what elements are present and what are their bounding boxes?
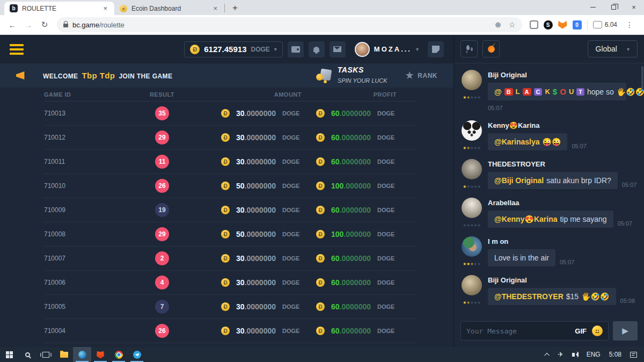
emoji-picker-button[interactable]: 😃 xyxy=(592,325,603,336)
taskbar-app-brave[interactable] xyxy=(91,347,109,362)
profit-decimals: .000000 xyxy=(343,182,371,190)
profit-value: 60 xyxy=(331,109,340,118)
chat-username[interactable]: Kenny😍Karina xyxy=(488,121,638,129)
message-text: satu akun brp IDR? xyxy=(546,176,611,185)
tasks-icon xyxy=(316,68,332,83)
mention-letter: T xyxy=(576,88,584,96)
back-button[interactable]: ← xyxy=(5,18,19,32)
bookmark-star-icon[interactable]: ☆ xyxy=(509,20,516,29)
avatar[interactable] xyxy=(462,275,482,295)
table-row[interactable]: 710009 19 Ð 30.0000000 DOGE Ð 60.0000000… xyxy=(44,198,416,222)
reload-button[interactable]: ↻ xyxy=(38,18,52,32)
message-input[interactable] xyxy=(466,327,569,335)
https-lock-icon[interactable] xyxy=(63,24,68,27)
metamask-icon[interactable] xyxy=(558,21,567,29)
messages-button[interactable] xyxy=(330,41,346,57)
close-button[interactable]: × xyxy=(624,0,644,14)
rain-button[interactable] xyxy=(460,40,478,57)
browser-menu-icon[interactable]: ⋮ xyxy=(623,20,636,29)
tray-expand-button[interactable] xyxy=(542,347,553,362)
amount-cell: Ð 50.0000000 DOGE xyxy=(205,182,302,190)
tasks-widget[interactable]: TASKSSPIN YOUR LUCK xyxy=(316,66,387,86)
new-tab-button[interactable]: + xyxy=(227,3,243,15)
mention[interactable]: @Biji Original xyxy=(494,176,544,185)
avatar[interactable] xyxy=(462,70,482,90)
start-button[interactable] xyxy=(0,347,18,362)
hamburger-menu-icon[interactable] xyxy=(10,42,24,57)
table-row[interactable]: 710006 4 Ð 30.0000000 DOGE Ð 60.0000000 … xyxy=(44,271,416,295)
user-menu[interactable]: MOZA... ▾ xyxy=(355,42,419,57)
table-row[interactable]: 710012 29 Ð 30.0000000 DOGE Ð 60.0000000… xyxy=(44,126,416,150)
price-ticker-extension[interactable]: 6.04 xyxy=(593,21,617,28)
mention[interactable]: @Kenny😍Karina xyxy=(494,215,557,223)
forward-button[interactable]: → xyxy=(21,18,35,32)
tab-roulette[interactable]: b ROULETTE × xyxy=(4,2,114,15)
avatar[interactable] xyxy=(462,120,482,141)
mention[interactable]: @THEDESTROYER xyxy=(494,292,564,301)
mention-letter: A xyxy=(523,88,531,96)
table-row[interactable]: 710004 26 Ð 30.0000000 DOGE Ð 60.0000000… xyxy=(44,319,416,343)
table-row[interactable]: 710010 26 Ð 50.0000000 DOGE Ð 100.000000… xyxy=(44,174,416,198)
avatar[interactable] xyxy=(462,198,482,218)
airplane-mode-icon[interactable]: ✈ xyxy=(554,347,567,362)
divider xyxy=(587,20,588,30)
doge-coin-icon: Ð xyxy=(316,182,325,190)
url-text: bc.game/roulette xyxy=(72,21,125,29)
action-center-button[interactable] xyxy=(626,347,641,362)
balance-selector[interactable]: Ð 6127.45913 DOGE ▾ xyxy=(184,41,283,57)
extension-s-icon[interactable]: S xyxy=(544,20,553,30)
url-host: bc.game xyxy=(72,21,99,29)
tab-ecoin-dashboard[interactable]: e Ecoin Dashboard × xyxy=(114,2,224,15)
gif-button[interactable]: GIF xyxy=(575,327,587,335)
taskbar-app-active[interactable] xyxy=(73,347,91,362)
chat-username[interactable]: I m on xyxy=(488,237,638,245)
clock[interactable]: 5:08 xyxy=(605,347,625,362)
table-row[interactable]: 710011 11 Ð 30.0000000 DOGE Ð 60.0000000… xyxy=(44,150,416,174)
extension-cube-icon[interactable] xyxy=(530,20,538,29)
tab-close-icon[interactable]: × xyxy=(211,4,219,12)
tab-close-icon[interactable]: × xyxy=(101,4,109,12)
username: MOZA... xyxy=(374,45,412,53)
task-view-icon xyxy=(42,352,49,358)
mention-letter: K xyxy=(545,88,550,96)
avatar[interactable] xyxy=(462,159,482,179)
taskbar-app-chrome[interactable] xyxy=(109,347,128,362)
volume-button[interactable] xyxy=(568,347,582,362)
language-indicator[interactable]: ENG xyxy=(583,347,604,362)
taskbar-app-telegram[interactable] xyxy=(128,347,146,362)
send-to-device-icon[interactable]: ⊕ xyxy=(495,20,501,29)
table-row[interactable]: 710013 35 Ð 30.0000000 DOGE Ð 60.0000000… xyxy=(44,102,416,126)
minimize-button[interactable] xyxy=(583,0,603,14)
amount-value: 30 xyxy=(236,302,245,311)
amount-cell: Ð 50.0000000 DOGE xyxy=(205,230,302,238)
chat-username[interactable]: Biji Original xyxy=(488,71,638,79)
notifications-button[interactable] xyxy=(309,41,325,57)
mention-letter: U xyxy=(569,88,574,96)
chat-username[interactable]: Biji Original xyxy=(488,276,638,284)
channel-selector[interactable]: Global ▾ xyxy=(588,40,638,57)
extension-blue-icon[interactable]: 0 xyxy=(573,20,582,30)
coin-drop-button[interactable] xyxy=(482,40,500,57)
file-explorer-button[interactable] xyxy=(55,347,73,362)
mention[interactable]: @Karinaslya xyxy=(494,137,539,146)
rank-widget[interactable]: ★ RANK xyxy=(406,70,437,81)
profit-value: 100 xyxy=(331,182,343,190)
chat-scrollbar[interactable] xyxy=(641,66,643,90)
message-inputbox[interactable]: GIF 😃 xyxy=(460,321,609,341)
chat-username[interactable]: Arabellaa xyxy=(488,199,638,207)
maximize-button[interactable] xyxy=(603,0,624,14)
table-row[interactable]: 710005 7 Ð 30.0000000 DOGE Ð 60.0000000 … xyxy=(44,295,416,319)
chat-username[interactable]: THEDESTROYER xyxy=(488,160,638,168)
avatar[interactable] xyxy=(462,236,482,257)
table-row[interactable]: 710007 2 Ð 30.0000000 DOGE Ð 60.0000000 … xyxy=(44,247,416,271)
task-view-button[interactable] xyxy=(36,347,55,362)
taskbar-search-button[interactable] xyxy=(18,347,36,362)
amount-decimals: .0000000 xyxy=(245,133,276,142)
address-bar[interactable]: bc.game/roulette ⊕ ☆ xyxy=(57,17,522,32)
wallet-button[interactable] xyxy=(288,41,304,57)
ticker-icon xyxy=(593,21,602,28)
profit-decimals: .0000000 xyxy=(340,278,371,287)
table-row[interactable]: 710008 29 Ð 50.0000000 DOGE Ð 100.000000… xyxy=(44,222,416,247)
send-button[interactable]: ▶ xyxy=(613,321,638,341)
chat-panel-toggle-button[interactable] xyxy=(428,41,444,57)
